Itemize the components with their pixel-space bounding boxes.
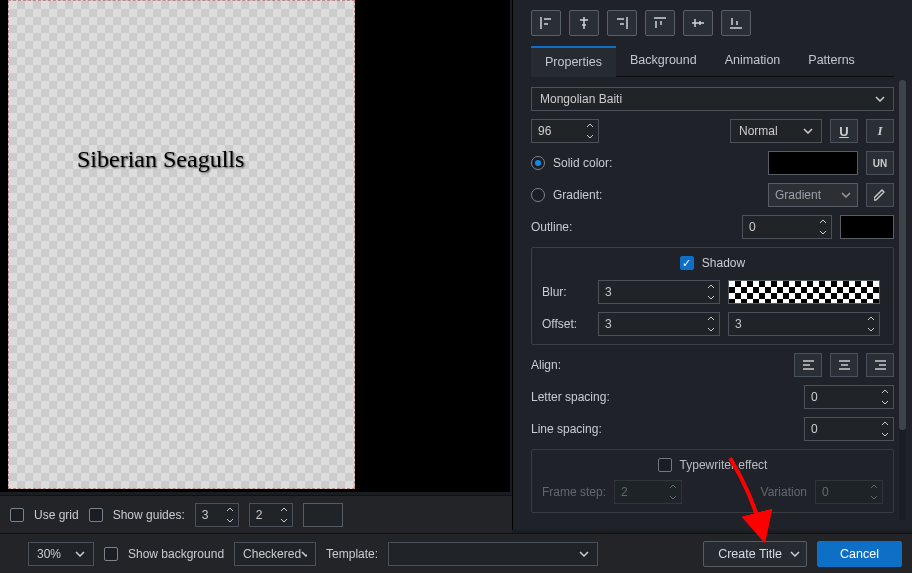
solid-color-swatch[interactable] (768, 151, 858, 175)
zoom-select[interactable]: 30% (28, 542, 94, 566)
properties-body: Mongolian Baiti 96 Normal U I Solid co (513, 77, 912, 521)
tab-properties[interactable]: Properties (531, 46, 616, 77)
tab-patterns[interactable]: Patterns (794, 46, 869, 76)
blur-label: Blur: (542, 285, 590, 299)
gradient-radio[interactable] (531, 188, 545, 202)
guides-cols-input[interactable]: 3 (195, 503, 239, 527)
typewriter-group: Typewriter effect Frame step: 2 Variatio… (531, 449, 894, 513)
template-select[interactable] (388, 542, 598, 566)
cancel-button[interactable]: Cancel (817, 541, 902, 567)
variation-label: Variation (761, 485, 807, 499)
align-bottom-icon[interactable] (721, 10, 751, 36)
use-grid-checkbox[interactable] (10, 508, 24, 522)
letter-spacing-label: Letter spacing: (531, 390, 610, 404)
align-toolbar (513, 0, 912, 42)
use-grid-label: Use grid (34, 508, 79, 522)
outline-color-swatch[interactable] (840, 215, 894, 239)
typewriter-checkbox[interactable] (658, 458, 672, 472)
background-mode-select[interactable]: Checkered (234, 542, 316, 566)
guide-color-swatch[interactable] (303, 503, 343, 527)
gradient-select[interactable]: Gradient (768, 183, 858, 207)
shadow-checkbox[interactable]: ✓ (680, 256, 694, 270)
offset-x-input[interactable]: 3 (598, 312, 720, 336)
outline-label: Outline: (531, 220, 572, 234)
text-align-left-icon[interactable] (794, 353, 822, 377)
zoom-value: 30% (37, 547, 61, 561)
title-canvas[interactable]: Siberian Seagulls (8, 0, 355, 489)
blur-input[interactable]: 3 (598, 280, 720, 304)
tab-background[interactable]: Background (616, 46, 711, 76)
font-size-value: 96 (538, 124, 551, 138)
canvas-area: Siberian Seagulls (0, 0, 510, 492)
panel-scrollbar[interactable] (899, 80, 906, 520)
edit-gradient-button[interactable] (866, 183, 894, 207)
guides-rows-input[interactable]: 2 (249, 503, 293, 527)
italic-button[interactable]: I (866, 119, 894, 143)
line-spacing-label: Line spacing: (531, 422, 602, 436)
spin-buttons[interactable] (582, 120, 598, 142)
offset-y-input[interactable]: 3 (728, 312, 880, 336)
shadow-group: ✓ Shadow Blur: 3 Offset: 3 3 (531, 247, 894, 345)
show-background-label: Show background (128, 547, 224, 561)
create-title-button[interactable]: Create Title (703, 541, 807, 567)
panel-tabs: Properties Background Animation Patterns (531, 46, 894, 77)
solid-color-radio[interactable] (531, 156, 545, 170)
underline-button[interactable]: U (830, 119, 858, 143)
align-right-icon[interactable] (607, 10, 637, 36)
gradient-label: Gradient: (553, 188, 602, 202)
frame-step-input: 2 (614, 480, 682, 504)
align-left-icon[interactable] (531, 10, 561, 36)
line-spacing-input[interactable]: 0 (804, 417, 894, 441)
shadow-label: Shadow (702, 256, 745, 270)
outline-width-input[interactable]: 0 (742, 215, 832, 239)
show-guides-label: Show guides: (113, 508, 185, 522)
typewriter-label: Typewriter effect (680, 458, 768, 472)
show-background-checkbox[interactable] (104, 547, 118, 561)
scrollbar-thumb[interactable] (899, 80, 906, 430)
unicode-button[interactable]: UN (866, 151, 894, 175)
show-guides-checkbox[interactable] (89, 508, 103, 522)
frame-step-label: Frame step: (542, 485, 606, 499)
properties-panel: Properties Background Animation Patterns… (512, 0, 912, 530)
canvas-options-bar: Use grid Show guides: 3 2 (0, 495, 512, 533)
align-center-h-icon[interactable] (569, 10, 599, 36)
tab-animation[interactable]: Animation (711, 46, 795, 76)
letter-spacing-input[interactable]: 0 (804, 385, 894, 409)
template-label: Template: (326, 547, 378, 561)
offset-label: Offset: (542, 317, 590, 331)
variation-input: 0 (815, 480, 883, 504)
align-center-v-icon[interactable] (683, 10, 713, 36)
align-top-icon[interactable] (645, 10, 675, 36)
font-family-value: Mongolian Baiti (540, 92, 622, 106)
font-size-input[interactable]: 96 (531, 119, 599, 143)
font-weight-value: Normal (739, 124, 778, 138)
align-label: Align: (531, 358, 561, 372)
footer-bar: 30% Show background Checkered Template: … (0, 533, 912, 573)
font-family-select[interactable]: Mongolian Baiti (531, 87, 894, 111)
font-weight-select[interactable]: Normal (730, 119, 822, 143)
text-align-center-icon[interactable] (830, 353, 858, 377)
shadow-color-swatch[interactable] (728, 280, 880, 304)
solid-color-label: Solid color: (553, 156, 612, 170)
title-text[interactable]: Siberian Seagulls (77, 146, 244, 173)
text-align-right-icon[interactable] (866, 353, 894, 377)
